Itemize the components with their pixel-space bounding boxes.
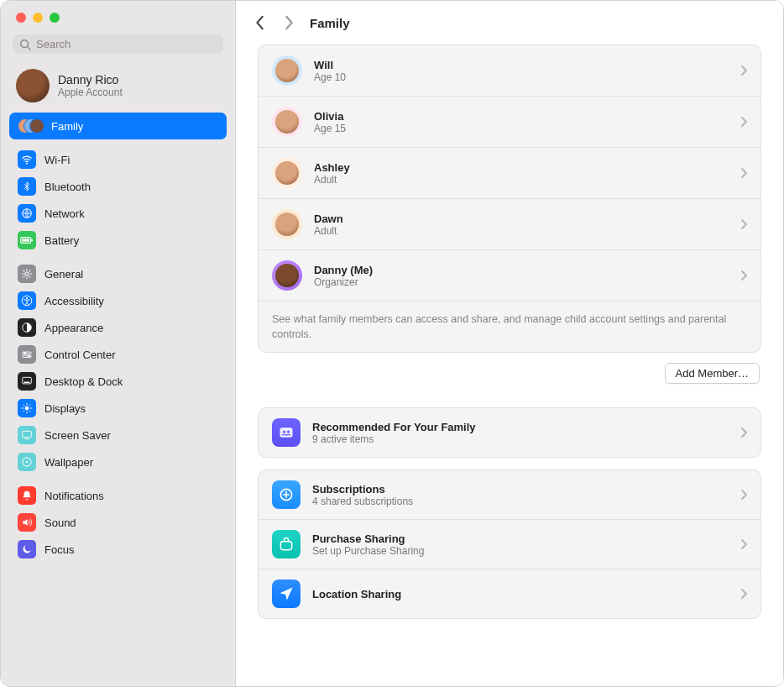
option-sub: 9 active items	[312, 433, 476, 445]
account-avatar	[16, 69, 50, 102]
svg-rect-11	[23, 352, 32, 354]
search-field[interactable]	[13, 34, 223, 54]
member-avatar	[272, 158, 302, 188]
svg-point-9	[26, 297, 28, 299]
search-input[interactable]	[31, 38, 217, 50]
sidebar-item-bluetooth[interactable]: Bluetooth	[9, 173, 227, 200]
chevron-right-icon	[740, 219, 747, 229]
subscriptions-icon	[272, 480, 301, 509]
option-title: Purchase Sharing	[312, 532, 424, 545]
window-controls	[1, 1, 235, 29]
sidebar-item-appearance[interactable]: Appearance	[9, 314, 227, 341]
sidebar-item-wallpaper[interactable]: Wallpaper	[9, 448, 227, 475]
sidebar-item-label: Focus	[44, 543, 74, 556]
nav-forward-button[interactable]	[281, 13, 296, 33]
option-purchase-sharing[interactable]: Purchase Sharing Set up Purchase Sharing	[259, 519, 760, 569]
chevron-right-icon	[740, 66, 747, 76]
sidebar-item-control-center[interactable]: Control Center	[9, 341, 227, 368]
option-location-sharing[interactable]: Location Sharing	[259, 569, 760, 618]
chevron-right-icon	[740, 490, 747, 500]
sidebar-item-label: Desktop & Dock	[44, 375, 123, 388]
member-name: Will	[314, 59, 346, 71]
sidebar-item-label: Appearance	[44, 322, 103, 334]
account-name: Danny Rico	[58, 73, 123, 87]
option-title: Subscriptions	[312, 483, 413, 496]
sidebar: Danny Rico Apple Account Family Wi-Fi Bl…	[1, 1, 236, 686]
sidebar-item-label: Bluetooth	[44, 181, 91, 193]
option-sub: Set up Purchase Sharing	[312, 545, 424, 557]
nav-back-button[interactable]	[253, 13, 268, 33]
control-center-icon	[18, 345, 36, 364]
sidebar-item-notifications[interactable]: Notifications	[9, 482, 227, 509]
sidebar-item-label: General	[44, 268, 83, 281]
member-avatar	[272, 107, 302, 137]
sidebar-item-label: Family	[51, 120, 83, 133]
member-row-dawn[interactable]: Dawn Adult	[259, 198, 760, 249]
sidebar-item-label: Displays	[44, 402, 86, 415]
location-sharing-icon	[272, 579, 301, 608]
displays-icon	[18, 399, 36, 417]
svg-point-7	[25, 272, 29, 275]
member-row-olivia[interactable]: Olivia Age 15	[259, 96, 760, 147]
chevron-right-icon	[740, 539, 747, 549]
bluetooth-icon	[18, 177, 36, 196]
sidebar-item-wifi[interactable]: Wi-Fi	[9, 146, 227, 173]
sidebar-account[interactable]: Danny Rico Apple Account	[1, 62, 235, 113]
option-title: Location Sharing	[312, 588, 401, 600]
sidebar-item-label: Accessibility	[44, 295, 104, 307]
svg-rect-21	[280, 427, 293, 438]
add-member-button[interactable]: Add Member…	[665, 363, 760, 384]
sidebar-item-focus[interactable]: Focus	[9, 536, 227, 563]
appearance-icon	[18, 318, 36, 337]
sidebar-item-label: Wallpaper	[44, 456, 93, 469]
chevron-right-icon	[740, 117, 747, 127]
svg-rect-16	[24, 382, 30, 383]
chevron-right-icon	[740, 168, 747, 178]
member-row-ashley[interactable]: Ashley Adult	[259, 147, 760, 198]
member-name: Ashley	[314, 161, 350, 174]
option-subscriptions[interactable]: Subscriptions 4 shared subscriptions	[259, 470, 760, 519]
sidebar-item-label: Battery	[44, 234, 79, 247]
sidebar-item-accessibility[interactable]: Accessibility	[9, 287, 227, 314]
moon-icon	[18, 540, 36, 559]
sidebar-item-family[interactable]: Family	[9, 113, 227, 139]
chevron-right-icon	[740, 427, 747, 438]
sidebar-item-battery[interactable]: Battery	[9, 227, 227, 254]
account-sub: Apple Account	[58, 87, 123, 98]
sidebar-item-desktop-dock[interactable]: Desktop & Dock	[9, 368, 227, 395]
svg-point-17	[25, 406, 29, 411]
sidebar-item-general[interactable]: General	[9, 260, 227, 287]
sidebar-item-label: Network	[44, 207, 85, 220]
sidebar-item-network[interactable]: Network	[9, 200, 227, 227]
svg-rect-5	[22, 239, 29, 241]
accessibility-icon	[18, 291, 36, 310]
svg-point-12	[24, 352, 26, 354]
sidebar-item-displays[interactable]: Displays	[9, 395, 227, 422]
member-avatar	[272, 209, 302, 239]
member-row-danny[interactable]: Danny (Me) Organizer	[259, 249, 760, 301]
purchase-sharing-icon	[272, 530, 301, 559]
sharing-options-panel: Subscriptions 4 shared subscriptions Pur…	[258, 469, 761, 619]
globe-icon	[18, 204, 36, 223]
sidebar-item-label: Control Center	[44, 349, 116, 361]
member-avatar	[272, 260, 302, 291]
close-window-button[interactable]	[16, 13, 26, 23]
sidebar-item-sound[interactable]: Sound	[9, 509, 227, 536]
minimize-window-button[interactable]	[33, 13, 43, 23]
member-sub: Age 15	[314, 123, 346, 134]
svg-rect-18	[23, 431, 32, 438]
member-row-will[interactable]: Will Age 10	[259, 45, 760, 96]
desktop-dock-icon	[18, 372, 36, 391]
chevron-right-icon	[740, 270, 747, 281]
wallpaper-icon	[18, 453, 36, 471]
fullscreen-window-button[interactable]	[50, 13, 60, 23]
sidebar-item-screen-saver[interactable]: Screen Saver	[9, 422, 227, 448]
recommended-row[interactable]: Recommended For Your Family 9 active ite…	[259, 408, 760, 457]
svg-rect-6	[31, 239, 33, 242]
gear-icon	[18, 265, 36, 283]
svg-rect-13	[23, 355, 32, 357]
svg-point-23	[287, 431, 290, 433]
member-sub: Age 10	[314, 71, 346, 83]
recommended-panel: Recommended For Your Family 9 active ite…	[258, 407, 761, 458]
option-title: Recommended For Your Family	[312, 421, 476, 433]
